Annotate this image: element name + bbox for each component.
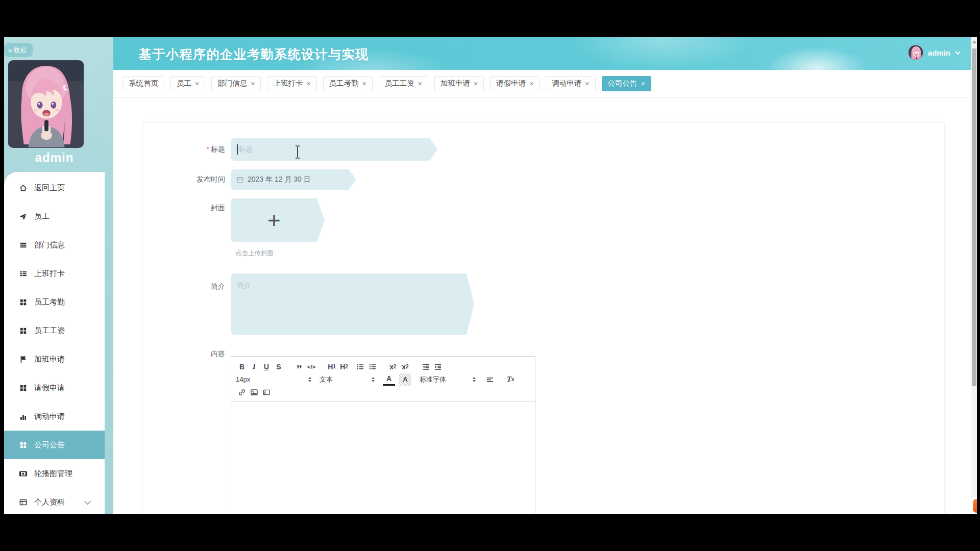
sidebar: « 收起 admin 返回主页 员工 部门信息 上班打卡 — [4, 37, 113, 514]
sidebar-item-label: 员工工资 — [34, 326, 65, 336]
heading1-button[interactable]: H1 — [326, 361, 338, 373]
code-block-button[interactable]: </> — [305, 361, 317, 373]
strikethrough-button[interactable]: S — [273, 361, 285, 373]
tab-label: 上班打卡 — [273, 79, 303, 88]
grid-icon — [19, 327, 28, 335]
bold-button[interactable]: B — [236, 361, 248, 373]
tab-label: 加班申请 — [440, 79, 470, 88]
content-area: *标题 标题 发布时间 2023 年 12 月 30 日 — [113, 97, 971, 514]
scrollbar-thumb[interactable] — [972, 48, 976, 386]
required-mark: * — [207, 145, 209, 153]
carousel-icon — [19, 469, 28, 478]
sidebar-item-label: 员工考勤 — [34, 297, 65, 307]
sidebar-menu: 返回主页 员工 部门信息 上班打卡 员工考勤 员工工资 — [4, 172, 105, 514]
tab-overtime[interactable]: 加班申请 × — [434, 76, 484, 91]
title-input[interactable]: 标题 — [231, 138, 437, 161]
tab-attendance[interactable]: 员工考勤 × — [323, 76, 373, 91]
user-name: admin — [928, 48, 950, 57]
tab-salary[interactable]: 员工工资 × — [379, 76, 428, 91]
background-color-button[interactable]: A — [399, 373, 411, 386]
outdent-button[interactable] — [420, 361, 432, 373]
blockquote-button[interactable]: ” — [293, 361, 305, 373]
sidebar-item-leave[interactable]: 请假申请 — [4, 373, 105, 402]
close-icon[interactable]: × — [418, 80, 422, 87]
tab-transfer[interactable]: 调动申请 × — [546, 76, 595, 91]
scrollbar[interactable] — [971, 37, 977, 514]
publish-time-input[interactable]: 2023 年 12 月 30 日 — [231, 169, 356, 190]
font-family-picker[interactable]: 标准字体 — [420, 375, 476, 384]
editor-content-area[interactable] — [231, 402, 535, 514]
link-button[interactable] — [236, 386, 248, 398]
close-icon[interactable]: × — [585, 80, 589, 87]
underline-button[interactable]: U — [260, 361, 273, 373]
collapse-glyph: « — [8, 46, 12, 54]
tab-leave[interactable]: 请假申请 × — [490, 76, 540, 91]
tab-department[interactable]: 部门信息 × — [211, 76, 261, 91]
send-icon — [19, 212, 28, 221]
sidebar-item-employee[interactable]: 员工 — [4, 202, 105, 231]
sidebar-item-clock-in[interactable]: 上班打卡 — [4, 259, 105, 288]
close-icon[interactable]: × — [641, 80, 645, 87]
user-menu[interactable]: admin — [908, 45, 959, 60]
sidebar-item-carousel[interactable]: 轮播图管理 — [4, 459, 105, 488]
publish-time-value: 2023 年 12 月 30 日 — [248, 175, 311, 184]
chevron-down-icon — [84, 498, 91, 505]
font-size-picker[interactable]: 14px — [236, 375, 311, 383]
text-style-picker[interactable]: 文本 — [320, 375, 375, 384]
cover-label: 封面 — [143, 198, 231, 242]
sidebar-item-label: 个人资料 — [34, 497, 65, 507]
rich-text-editor: B I U S ” </> H1 H2 — [231, 356, 535, 514]
sidebar-item-label: 部门信息 — [34, 240, 65, 250]
intro-label: 简介 — [143, 273, 231, 335]
indent-button[interactable] — [432, 361, 444, 373]
grid-icon — [19, 384, 28, 392]
image-button[interactable] — [248, 386, 260, 398]
subscript-button[interactable]: x2 — [387, 361, 399, 373]
sidebar-item-announcement[interactable]: 公司公告 — [4, 431, 105, 459]
tab-system-home[interactable]: 系统首页 — [122, 76, 164, 91]
sogou-logo-icon[interactable]: S — [973, 499, 977, 513]
text-color-button[interactable]: A — [383, 373, 395, 386]
close-icon[interactable]: × — [306, 80, 310, 87]
sidebar-item-department[interactable]: 部门信息 — [4, 231, 105, 259]
video-button[interactable] — [260, 386, 273, 398]
ime-toolbar: S 中 °, — [970, 497, 977, 514]
align-picker[interactable] — [484, 373, 496, 386]
scrollbar-up-arrow[interactable] — [971, 38, 977, 45]
heading2-button[interactable]: H2 — [338, 361, 350, 373]
italic-button[interactable]: I — [248, 361, 260, 373]
publish-time-label: 发布时间 — [143, 175, 231, 184]
close-icon[interactable]: × — [474, 80, 478, 87]
sidebar-item-label: 轮播图管理 — [34, 469, 72, 479]
sidebar-item-salary[interactable]: 员工工资 — [4, 316, 105, 345]
form-row-cover: 封面 + — [143, 198, 325, 242]
bullet-list-button[interactable] — [366, 361, 379, 373]
close-icon[interactable]: × — [251, 80, 255, 87]
editor-toolbar: B I U S ” </> H1 H2 — [231, 356, 535, 402]
flag-icon — [19, 355, 28, 364]
close-icon[interactable]: × — [529, 80, 533, 87]
sidebar-item-transfer[interactable]: 调动申请 — [4, 402, 105, 431]
grid-icon — [19, 298, 28, 307]
tab-employee[interactable]: 员工 × — [170, 76, 205, 91]
ordered-list-button[interactable] — [354, 361, 366, 373]
title-label: *标题 — [143, 145, 231, 154]
main-area: 基于小程序的企业考勤系统设计与实现 admin 系统首页 员工 × 部门信息 × — [113, 37, 971, 514]
sidebar-item-attendance[interactable]: 员工考勤 — [4, 288, 105, 316]
tab-clock-in[interactable]: 上班打卡 × — [267, 76, 316, 91]
superscript-button[interactable]: x2 — [399, 361, 411, 373]
intro-placeholder: 简介 — [237, 281, 251, 289]
card-icon — [19, 498, 28, 507]
tab-label: 系统首页 — [129, 79, 158, 88]
clean-format-button[interactable]: Tx — [504, 373, 517, 386]
intro-textarea[interactable]: 简介 — [231, 273, 474, 335]
sidebar-item-profile[interactable]: 个人资料 — [4, 488, 105, 514]
tab-announcement[interactable]: 公司公告 × — [602, 76, 651, 91]
sidebar-item-overtime[interactable]: 加班申请 — [4, 345, 105, 373]
cover-upload-box[interactable]: + — [231, 198, 325, 242]
sidebar-collapse-button[interactable]: « 收起 — [4, 43, 33, 57]
close-icon[interactable]: × — [195, 80, 199, 87]
sidebar-item-label: 返回主页 — [34, 183, 65, 193]
close-icon[interactable]: × — [362, 80, 366, 87]
sidebar-item-home[interactable]: 返回主页 — [4, 173, 105, 202]
